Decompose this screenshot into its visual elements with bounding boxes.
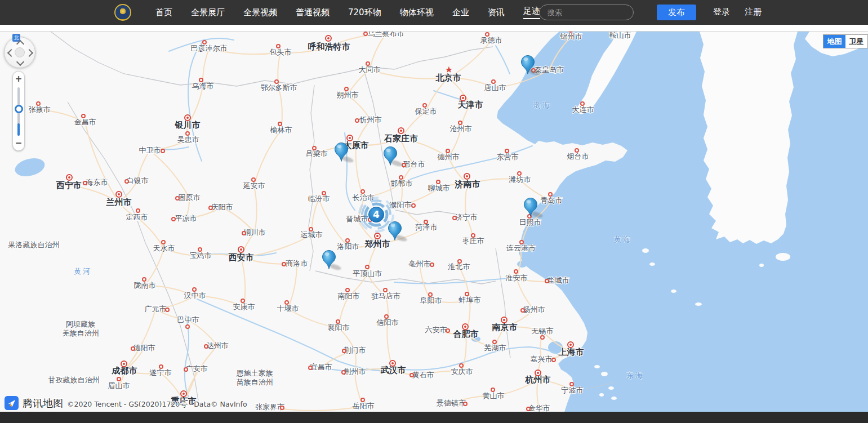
nav-item-720环物[interactable]: 720环物 [348,0,381,25]
zoom-out-button[interactable]: − [13,138,24,148]
nav-item-物体环视[interactable]: 物体环视 [400,0,434,25]
nav-item-全景展厅[interactable]: 全景展厅 [191,0,225,25]
pan-control[interactable]: 北 [4,37,35,68]
nav-item-企业[interactable]: 企业 [452,0,469,25]
search-input[interactable] [539,5,634,20]
map-type-map-button[interactable]: 地图 [824,35,845,48]
cluster-marker[interactable]: 4 [358,197,394,233]
nav-item-资讯[interactable]: 资讯 [488,0,505,25]
pan-right-arrow-icon[interactable] [25,49,33,57]
map-pin[interactable] [523,197,547,219]
pan-center-knob[interactable] [15,47,25,57]
login-link[interactable]: 登录 [713,7,730,17]
nav-item-首页[interactable]: 首页 [155,0,172,25]
map-pin[interactable] [333,142,358,163]
tencent-maps-logo-icon[interactable] [5,396,19,410]
nav-item-全景视频[interactable]: 全景视频 [243,0,277,25]
zoom-slider-handle[interactable] [15,105,23,113]
map-type-satellite-button[interactable]: 卫星 [845,35,867,48]
map-type-toggle: 地图 卫星 [823,34,868,48]
publish-button[interactable]: 发布 [657,5,696,20]
nav-item-普通视频[interactable]: 普通视频 [296,0,330,25]
pins-layer: 4 [0,31,868,412]
map-pin[interactable] [382,146,407,167]
zoom-in-button[interactable]: + [13,74,24,84]
attribution-brand[interactable]: 腾讯地图 [23,396,63,410]
site-logo-icon[interactable] [114,4,131,21]
map-pin[interactable] [520,55,545,76]
attribution-copyright: ©2020 Tencent - GS(2020)1720号 - Data© Na… [67,399,247,410]
nav-menu: 首页全景展厅全景视频普通视频720环物物体环视企业资讯足迹 [155,0,540,25]
zoom-control: + − [12,71,25,151]
nav-item-足迹[interactable]: 足迹 [523,6,540,19]
map-canvas[interactable]: 呼和浩特市乌兰察布市包头市巴彦淖尔市承德市锦州市鞍山市大同市北京市★秦皇岛市唐山… [0,31,868,412]
map-pin[interactable] [321,250,346,271]
top-nav: 首页全景展厅全景视频普通视频720环物物体环视企业资讯足迹 发布 登录 注册 [0,0,868,25]
bottom-bar [0,412,868,423]
page: 首页全景展厅全景视频普通视频720环物物体环视企业资讯足迹 发布 登录 注册 [0,0,868,423]
pan-left-arrow-icon[interactable] [7,49,15,57]
register-link[interactable]: 注册 [745,7,762,17]
map-attribution: 腾讯地图 ©2020 Tencent - GS(2020)1720号 - Dat… [5,396,247,410]
pan-down-arrow-icon[interactable] [16,58,24,66]
zoom-fill [17,123,20,136]
